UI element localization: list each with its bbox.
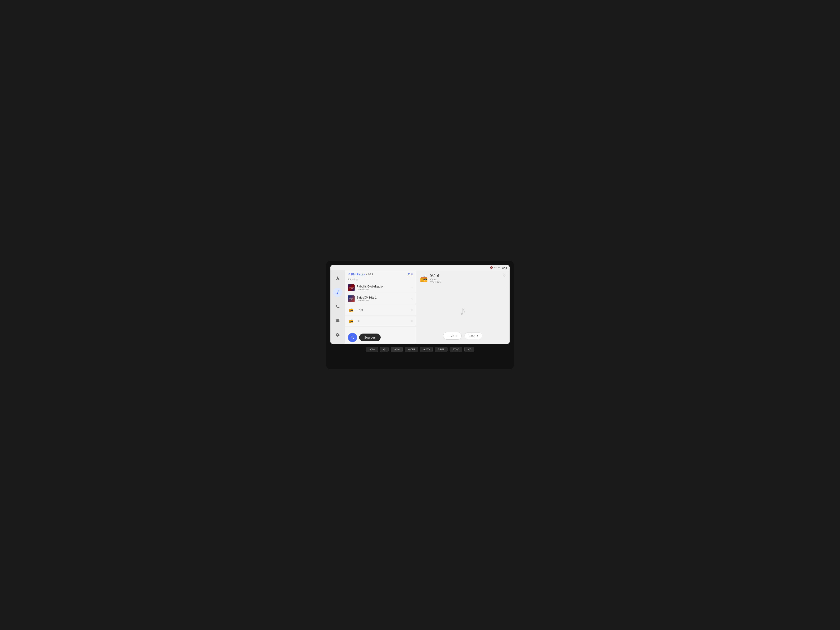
auto-button[interactable]: AUTO (420, 347, 433, 352)
station-status: Unavailable (357, 288, 411, 291)
status-icons: 🔇 ⫘ ✳ (490, 266, 500, 269)
clock: 9:42 (502, 266, 507, 269)
music-note-icon: ♪ (459, 303, 466, 318)
station-name: Pitbull's Globalization (357, 285, 411, 288)
right-panel: ♡ 📻 97.9 Other YOU SAY ♪ − C (416, 270, 510, 344)
scan-button[interactable]: Scan (464, 332, 482, 339)
fan-button[interactable]: ❄ OFF (405, 347, 418, 352)
back-button[interactable]: < (348, 272, 350, 276)
sources-button[interactable]: Sources (359, 333, 381, 341)
volume-mute-icon: 🔇 (490, 266, 493, 269)
sidebar (330, 270, 345, 344)
station-name: 87.9 (357, 308, 411, 312)
scan-indicator (477, 335, 478, 336)
station-info: 98 (357, 319, 411, 323)
station-logo-sirius: SiriusXMHits1 (348, 295, 355, 302)
sidebar-item-navigation[interactable] (333, 273, 342, 283)
drag-handle-icon: ≡ (411, 286, 413, 289)
bluetooth-icon: ✳ (498, 266, 500, 269)
station-name: 98 (357, 319, 411, 323)
channel-minus-button[interactable]: − (447, 334, 449, 338)
list-item[interactable]: PITBULL'SGLOBAL Pitbull's Globalization … (345, 282, 415, 293)
left-panel: < FM Radio • 97.9 Edit Favorites PITBULL… (345, 270, 416, 344)
channel-label: Ch (451, 334, 454, 337)
radio-icon: 📻 (349, 308, 354, 312)
status-bar: 🔇 ⫘ ✳ 9:42 (330, 265, 510, 270)
channel-plus-button[interactable]: + (456, 334, 458, 338)
now-playing-info: 97.9 Other YOU SAY (430, 273, 441, 284)
station-status: Unavailable (357, 299, 411, 302)
ac-button[interactable]: A/C (464, 347, 474, 352)
now-playing-radio-icon: 📻 (420, 275, 428, 282)
radio-icon: 📻 (349, 319, 354, 323)
signal-icon: ⫘ (494, 266, 497, 269)
search-button[interactable] (348, 333, 357, 342)
scan-label: Scan (469, 334, 475, 338)
station-logo-radio: 📻 (348, 306, 355, 313)
drag-handle-icon: ≡ (411, 319, 413, 322)
favorite-heart-icon[interactable]: ♡ (502, 273, 506, 278)
vol-up-button[interactable]: VOL+ (391, 347, 403, 352)
sidebar-item-phone[interactable] (333, 302, 342, 311)
album-art-area: ♪ (420, 289, 505, 332)
now-playing-header: 📻 97.9 Other YOU SAY (420, 273, 505, 284)
panel-dot: • (366, 273, 367, 276)
playback-controls: − Ch + Scan (420, 332, 505, 341)
search-icon (350, 335, 355, 340)
physical-controls: VOL− ⏻ VOL+ ❄ OFF AUTO TEMP SYNC A/C (330, 347, 510, 352)
favorites-label: Favorites (345, 277, 415, 282)
vol-down-button[interactable]: VOL− (366, 347, 378, 352)
list-item[interactable]: 📻 87.9 ≡ (345, 305, 415, 316)
sync-button[interactable]: SYNC (450, 347, 462, 352)
sidebar-item-music[interactable] (333, 288, 342, 297)
panel-title: FM Radio (351, 273, 365, 276)
sidebar-item-settings[interactable] (333, 330, 342, 339)
station-info: SiriusXM Hits 1 Unavailable (357, 296, 411, 302)
drag-handle-icon: ≡ (411, 297, 413, 300)
station-name: SiriusXM Hits 1 (357, 296, 411, 299)
temp-button[interactable]: TEMP (435, 347, 447, 352)
divider (420, 287, 505, 287)
station-info: 87.9 (357, 308, 411, 312)
now-playing-song: YOU SAY (430, 281, 441, 284)
drag-handle-icon: ≡ (411, 308, 413, 311)
station-list: PITBULL'SGLOBAL Pitbull's Globalization … (345, 282, 415, 331)
now-playing-category: Other (430, 278, 441, 281)
panel-header: < FM Radio • 97.9 Edit (345, 270, 415, 277)
station-logo-pitbull: PITBULL'SGLOBAL (348, 284, 355, 291)
edit-button[interactable]: Edit (408, 273, 413, 276)
list-item[interactable]: 📻 98 ≡ (345, 316, 415, 327)
now-playing-frequency: 97.9 (430, 273, 441, 278)
channel-control[interactable]: − Ch + (443, 332, 462, 339)
station-logo-radio: 📻 (348, 317, 355, 324)
main-content: < FM Radio • 97.9 Edit Favorites PITBULL… (330, 270, 510, 344)
car-infotainment-unit: 🔇 ⫘ ✳ 9:42 (326, 261, 514, 369)
list-item[interactable]: SiriusXMHits1 SiriusXM Hits 1 Unavailabl… (345, 293, 415, 305)
panel-frequency: 97.9 (368, 273, 373, 276)
power-button[interactable]: ⏻ (380, 347, 388, 352)
infotainment-screen: 🔇 ⫘ ✳ 9:42 (330, 265, 510, 344)
sidebar-item-car[interactable] (333, 316, 342, 325)
station-info: Pitbull's Globalization Unavailable (357, 285, 411, 291)
bottom-bar: Sources (345, 331, 415, 344)
